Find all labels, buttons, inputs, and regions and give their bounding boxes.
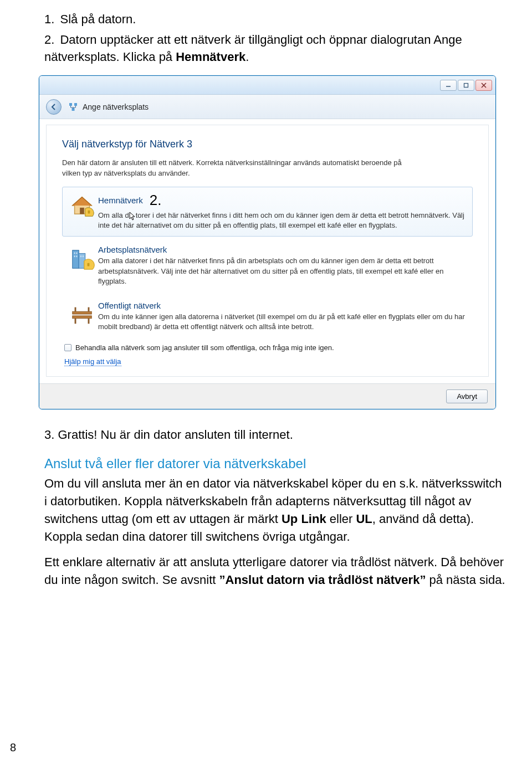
option-work-title: Arbetsplatsnätverk — [98, 245, 167, 254]
back-button[interactable] — [46, 99, 62, 115]
svg-rect-17 — [88, 263, 90, 266]
option-home-title: Hemnätverk — [98, 196, 143, 205]
option-home-text: Om alla dtorer i det här nätverket finns… — [98, 211, 467, 230]
svg-rect-8 — [88, 211, 90, 214]
step2-bold: Hemnätverk — [176, 50, 245, 64]
step-3: 3. Grattis! Nu är din dator ansluten til… — [44, 426, 507, 444]
annotation-2: 2. — [150, 192, 162, 209]
minimize-button[interactable] — [440, 80, 457, 91]
dialog-footer: Avbryt — [39, 383, 495, 409]
svg-rect-23 — [88, 307, 90, 312]
svg-rect-1 — [464, 83, 468, 87]
step2-text-a: Datorn upptäcker att ett nätverk är till… — [44, 33, 462, 64]
option-work-network[interactable]: Arbetsplatsnätverk Om alla datorer i det… — [62, 240, 473, 293]
bench-icon — [66, 301, 98, 332]
step1-num: 1. — [44, 12, 54, 26]
paragraph-2: Ett enklare alternativ är att ansluta yt… — [44, 553, 507, 589]
step-2: 2. Datorn upptäcker att ett nätverk är t… — [44, 32, 507, 66]
option-work-text: Om alla datorer i det här nätverket finn… — [98, 256, 467, 286]
svg-rect-22 — [75, 307, 76, 312]
step2-num: 2. — [44, 33, 54, 47]
svg-rect-20 — [75, 319, 76, 324]
step1-text: Slå på datorn. — [60, 12, 136, 26]
home-icon — [66, 192, 98, 230]
svg-rect-15 — [80, 256, 81, 258]
p1-bold1: Up Link — [282, 512, 326, 526]
maximize-button[interactable] — [458, 80, 474, 91]
svg-rect-14 — [76, 256, 77, 258]
p1-b: eller — [326, 512, 356, 526]
checkbox-row[interactable]: Behandla alla nätverk som jag ansluter t… — [64, 343, 473, 352]
checkbox-label: Behandla alla nätverk som jag ansluter t… — [75, 343, 334, 352]
svg-rect-13 — [74, 256, 75, 258]
network-location-dialog: Ange nätverksplats Välj nätverkstyp för … — [39, 75, 496, 409]
help-link[interactable]: Hjälp mig att välja — [64, 357, 121, 366]
svg-rect-18 — [73, 311, 92, 314]
network-icon — [68, 102, 78, 112]
step3-text: Grattis! Nu är din dator ansluten till i… — [58, 428, 293, 442]
dialog-description: Den här datorn är ansluten till ett nätv… — [62, 158, 417, 179]
svg-rect-12 — [76, 253, 77, 254]
svg-rect-7 — [80, 208, 84, 214]
close-button[interactable] — [475, 80, 492, 91]
dialog-heading: Välj nätverkstyp för Nätverk 3 — [62, 139, 473, 150]
option-public-title: Offentligt nätverk — [98, 301, 161, 310]
cursor-icon — [129, 212, 136, 221]
checkbox-icon[interactable] — [64, 344, 71, 351]
option-public-text: Om du inte känner igen alla datorerna i … — [98, 312, 467, 332]
office-icon — [66, 245, 98, 286]
option-public-network[interactable]: Offentligt nätverk Om du inte känner ige… — [62, 296, 473, 338]
svg-rect-9 — [73, 250, 79, 269]
p2-bold: ”Anslut datorn via trådlöst nätverk” — [219, 573, 426, 587]
page-number: 8 — [10, 741, 16, 754]
step-1: 1. Slå på datorn. — [44, 11, 507, 28]
p1-bold2: UL — [356, 512, 372, 526]
titlebar — [39, 76, 495, 95]
svg-rect-11 — [74, 253, 75, 254]
after-dialog: 3. Grattis! Nu är din dator ansluten til… — [44, 426, 507, 444]
step2-text-b: . — [245, 50, 249, 64]
cancel-button[interactable]: Avbryt — [446, 389, 488, 403]
svg-rect-19 — [73, 316, 92, 319]
dialog-screenshot: Ange nätverksplats Välj nätverkstyp för … — [39, 75, 507, 409]
option-home-network[interactable]: Hemnätverk 2. Om alla dtorer i det här n… — [62, 187, 473, 237]
dialog-content: Välj nätverkstyp för Nätverk 3 Den här d… — [46, 125, 489, 377]
svg-rect-4 — [69, 103, 72, 106]
step3-num: 3. — [44, 428, 54, 442]
p2-b: på nästa sida. — [426, 573, 505, 587]
svg-rect-16 — [83, 256, 84, 258]
intro-steps: 1. Slå på datorn. 2. Datorn upptäcker at… — [44, 11, 507, 65]
svg-rect-21 — [88, 319, 90, 324]
dialog-header: Ange nätverksplats — [39, 95, 495, 119]
dialog-title: Ange nätverksplats — [83, 102, 149, 111]
paragraph-1: Om du vill ansluta mer än en dator via n… — [44, 475, 507, 546]
section-heading: Anslut två eller ﬂer datorer via nätverk… — [44, 456, 507, 471]
svg-rect-5 — [74, 103, 77, 106]
